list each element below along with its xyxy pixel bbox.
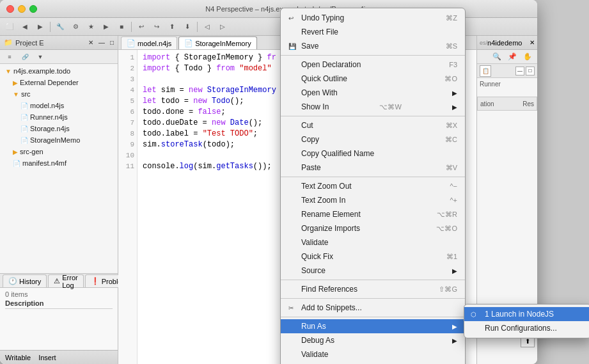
menu-cut[interactable]: Cut ⌘X [281, 118, 465, 132]
toolbar-btn-11[interactable]: ⬆ [165, 20, 179, 33]
pin-right-btn[interactable]: 📌 [505, 51, 519, 63]
toolbar-btn-3[interactable]: ▶ [33, 20, 47, 33]
run-as-submenu: ⬡ 1 Launch in NodeJS Run Configurations.… [464, 304, 589, 338]
right-bottom-label: ation [480, 100, 494, 107]
menu-item-label: Paste [301, 163, 321, 172]
menu-source[interactable]: Source ▶ [281, 264, 465, 278]
menu-add-snippets[interactable]: ✂ Add to Snippets... [281, 301, 465, 315]
line-numbers: 12345 67891011 [118, 50, 137, 364]
menu-sep-2 [281, 116, 465, 116]
close-icon[interactable]: ✕ [88, 39, 93, 46]
toolbar-btn-6[interactable]: ★ [84, 20, 98, 33]
menu-item-label: Show In [301, 102, 329, 111]
menu-show-in[interactable]: Show In ⌥⌘W ▶ [281, 100, 465, 114]
menu-item-shortcut: ⌥⌘O [436, 225, 457, 233]
menu-item-label: Quick Outline [301, 74, 347, 83]
menu-item-shortcut: ⌘1 [446, 253, 457, 261]
toolbar-btn-2[interactable]: ◀ [18, 20, 32, 33]
menu-btn[interactable]: ▼ [33, 51, 47, 63]
maximize-button[interactable] [29, 5, 37, 13]
tree-item-root[interactable]: ▼ n4js.example.todo [0, 65, 118, 77]
menu-item-shortcut: F3 [449, 61, 457, 68]
tree-label: src-gen [20, 148, 43, 155]
menu-text-zoom-in[interactable]: Text Zoom In ^+ [281, 193, 465, 207]
tab-error-log[interactable]: ⚠ Error Log [48, 274, 83, 287]
right-btn-3[interactable]: □ [526, 67, 535, 75]
submenu-launch-nodejs[interactable]: ⬡ 1 Launch in NodeJS [464, 307, 589, 321]
tab-history[interactable]: 🕐 History [3, 274, 47, 287]
bottom-panel: 🕐 History ⚠ Error Log ❗ Problems ✕ 0 ite… [0, 273, 118, 350]
menu-save[interactable]: 💾 Save ⌘S [281, 39, 465, 53]
menu-item-label: Quick Fix [301, 252, 333, 261]
toolbar-btn-5[interactable]: ⚙ [68, 20, 82, 33]
context-menu: ↩ Undo Typing ⌘Z Revert File 💾 Save ⌘S O… [280, 8, 466, 364]
submenu-item-label: Run Configurations... [485, 324, 557, 333]
toolbar-btn-4[interactable]: 🔧 [53, 20, 67, 33]
toolbar-btn-8[interactable]: ■ [114, 20, 129, 33]
right-btn-1[interactable]: 📋 [480, 65, 491, 77]
menu-undo-typing[interactable]: ↩ Undo Typing ⌘Z [281, 11, 465, 25]
toolbar-btn-9[interactable]: ↩ [134, 20, 148, 33]
hand-right-btn[interactable]: ✋ [521, 51, 535, 63]
toolbar-btn-12[interactable]: ⬇ [180, 20, 194, 33]
tree-item-external[interactable]: ▶ External Depender [0, 77, 118, 88]
tab-history-label: History [19, 278, 41, 285]
menu-run-as[interactable]: Run As ▶ [281, 319, 465, 333]
minimize-panel-icon[interactable]: — [98, 39, 105, 46]
menu-copy-qualified[interactable]: Copy Qualified Name [281, 146, 465, 161]
menu-item-label: Revert File [301, 28, 338, 36]
menu-rename-element[interactable]: Rename Element ⌥⌘R [281, 207, 465, 221]
nodejs-icon: ⬡ [471, 311, 482, 318]
toolbar-btn-1[interactable]: ⬜ [3, 20, 17, 33]
right-row-1: Runner [480, 81, 535, 88]
menu-copy[interactable]: Copy ⌘C [281, 132, 465, 146]
menu-item-shortcut: ⇧⌘G [439, 285, 457, 294]
submenu-run-configurations[interactable]: Run Configurations... [464, 321, 589, 335]
menu-debug-as[interactable]: Debug As ▶ [281, 333, 465, 347]
menu-organize-imports[interactable]: Organize Imports ⌥⌘O [281, 221, 465, 235]
tree-item-model[interactable]: 📄 model.n4js [0, 100, 118, 111]
menu-sep-6 [281, 317, 465, 317]
right-btn-2[interactable]: — [515, 67, 524, 75]
menu-item-shortcut: ⌘C [445, 136, 457, 144]
insert-status: Insert [38, 354, 56, 361]
menu-revert-file[interactable]: Revert File [281, 25, 465, 39]
link-btn[interactable]: 🔗 [18, 51, 32, 63]
menu-path-tools[interactable]: Path Tools ▶ [281, 361, 465, 364]
toolbar-btn-14[interactable]: ▷ [216, 20, 230, 33]
menu-paste[interactable]: Paste ⌘V [281, 161, 465, 175]
tree-item-storageinmem[interactable]: 📄 StorageInMemo [0, 134, 118, 146]
search-right-btn[interactable]: 🔍 [490, 51, 504, 63]
menu-item-label: Validate [301, 238, 328, 247]
right-panel-content: Runner [477, 78, 537, 91]
toolbar-btn-13[interactable]: ◁ [200, 20, 214, 33]
tree-item-storage[interactable]: 📄 Storage.n4js [0, 123, 118, 134]
collapse-all-btn[interactable]: ≡ [3, 51, 17, 63]
maximize-panel-icon[interactable]: □ [110, 39, 114, 46]
menu-item-label: Debug As [301, 336, 334, 345]
tree-item-runner[interactable]: 📄 Runner.n4js [0, 111, 118, 123]
menu-validate-1[interactable]: Validate [281, 235, 465, 249]
tree-item-manifest[interactable]: 📄 manifest.n4mf [0, 157, 118, 169]
menu-validate-2[interactable]: Validate [281, 347, 465, 361]
toolbar-btn-10[interactable]: ↪ [150, 20, 164, 33]
tree-item-src[interactable]: ▼ src [0, 88, 118, 100]
menu-open-declaration[interactable]: Open Declaration F3 [281, 58, 465, 72]
toolbar-btn-7[interactable]: ▶ [99, 20, 113, 33]
tab-storageinmemory[interactable]: 📄 StorageInMemory [178, 36, 256, 49]
menu-open-with[interactable]: Open With ▶ [281, 86, 465, 100]
bottom-tabs: 🕐 History ⚠ Error Log ❗ Problems ✕ [0, 274, 118, 288]
menu-quick-fix[interactable]: Quick Fix ⌘1 [281, 249, 465, 264]
menu-find-references[interactable]: Find References ⇧⌘G [281, 282, 465, 296]
tree-item-srcgen[interactable]: ▶ src-gen [0, 146, 118, 157]
menu-text-zoom-out[interactable]: Text Zoom Out ^− [281, 179, 465, 193]
close-right-icon[interactable]: ✕ [530, 39, 535, 46]
tab-model[interactable]: 📄 model.n4js [121, 36, 177, 49]
tab-model-label: model.n4js [137, 40, 171, 47]
close-button[interactable] [6, 5, 14, 13]
menu-item-shortcut: ⌘S [446, 42, 457, 51]
submenu-arrow2: ▶ [452, 104, 457, 111]
menu-quick-outline[interactable]: Quick Outline ⌘O [281, 72, 465, 86]
minimize-button[interactable] [18, 5, 26, 13]
menu-item-shortcut: ⌘V [446, 164, 457, 172]
